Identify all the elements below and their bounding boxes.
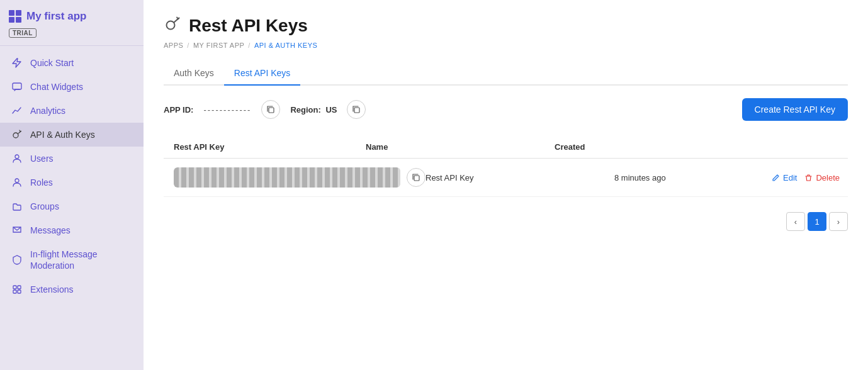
sidebar-item-groups[interactable]: Groups <box>0 194 144 218</box>
sidebar-nav: Quick Start Chat Widgets Analytics API &… <box>0 46 144 370</box>
action-buttons: Edit Delete <box>772 173 868 182</box>
breadcrumb-apps[interactable]: APPS <box>164 42 183 49</box>
groups-icon <box>11 201 23 212</box>
svg-rect-5 <box>18 286 21 289</box>
breadcrumb-my-first-app[interactable]: MY FIRST APP <box>193 42 244 49</box>
table-header: Rest API Key Name Created <box>164 136 848 159</box>
sidebar-item-extensions[interactable]: Extensions <box>0 278 144 301</box>
tab-rest-api-keys[interactable]: Rest API Keys <box>224 62 300 86</box>
col-header-actions <box>712 142 838 152</box>
sidebar-item-analytics[interactable]: Analytics <box>0 99 144 123</box>
trial-badge: TRIAL <box>9 28 37 38</box>
col-header-created: Created <box>555 142 712 152</box>
copy-region-button[interactable] <box>347 100 366 119</box>
sidebar-item-api-auth-keys[interactable]: API & Auth Keys <box>0 123 144 147</box>
users-icon <box>11 153 23 164</box>
create-rest-api-key-button[interactable]: Create Rest API Key <box>742 98 848 121</box>
copy-app-id-button[interactable] <box>261 100 280 119</box>
breadcrumb-current: API & AUTH KEYS <box>254 42 317 49</box>
app-name[interactable]: My first app <box>9 10 135 23</box>
sidebar-item-quick-start[interactable]: Quick Start <box>0 51 144 75</box>
api-keys-icon <box>11 129 23 140</box>
api-key-cell <box>174 167 426 188</box>
breadcrumb-sep-2: / <box>248 42 251 49</box>
svg-rect-9 <box>269 108 274 113</box>
tabs: Auth Keys Rest API Keys <box>164 62 848 86</box>
svg-rect-4 <box>13 286 16 289</box>
quick-start-icon <box>11 57 23 69</box>
svg-rect-10 <box>354 108 359 113</box>
delete-button[interactable]: Delete <box>804 173 840 182</box>
svg-point-3 <box>15 179 19 182</box>
tab-auth-keys[interactable]: Auth Keys <box>164 62 224 86</box>
breadcrumb-sep-1: / <box>187 42 189 49</box>
page-1-button[interactable]: 1 <box>808 212 826 231</box>
page-header: Rest API Keys <box>164 15 848 36</box>
app-id-label: APP ID: <box>164 105 193 115</box>
moderation-icon <box>11 254 23 266</box>
svg-rect-7 <box>18 290 21 293</box>
api-keys-table: Rest API Key Name Created Rest API Key 8… <box>164 136 848 197</box>
analytics-icon <box>11 105 23 116</box>
sidebar-item-moderation[interactable]: In-flight Message Moderation <box>0 242 144 278</box>
sidebar-item-label: Quick Start <box>30 58 74 68</box>
svg-rect-11 <box>414 176 419 181</box>
extensions-icon <box>11 284 23 295</box>
col-header-key: Rest API Key <box>174 142 366 152</box>
prev-page-button[interactable]: ‹ <box>786 212 805 231</box>
svg-rect-6 <box>13 290 16 293</box>
copy-key-button[interactable] <box>407 168 426 187</box>
sidebar-item-messages[interactable]: Messages <box>0 218 144 242</box>
sidebar-item-users[interactable]: Users <box>0 147 144 171</box>
table-row: Rest API Key 8 minutes ago Edit Delete <box>164 159 848 197</box>
col-header-name: Name <box>366 142 555 152</box>
app-icon <box>9 10 21 23</box>
sidebar-item-label: Extensions <box>30 284 73 294</box>
region-label: Region: US <box>290 105 337 115</box>
sidebar-header: My first app TRIAL <box>0 0 144 46</box>
breadcrumb: APPS / MY FIRST APP / API & AUTH KEYS <box>164 42 848 49</box>
messages-icon <box>11 225 23 236</box>
next-page-button[interactable]: › <box>829 212 848 231</box>
chat-widgets-icon <box>11 81 23 92</box>
svg-rect-0 <box>13 83 21 89</box>
key-name: Rest API Key <box>426 173 614 182</box>
api-key-masked <box>174 167 400 188</box>
sidebar-item-label: Messages <box>30 225 70 235</box>
sidebar-item-label: Groups <box>30 201 59 211</box>
app-id-value: ------------ <box>203 105 251 115</box>
sidebar-item-label: In-flight Message Moderation <box>30 249 132 271</box>
app-id-row: APP ID: ------------ Region: US Create R… <box>164 98 848 121</box>
main-content: Rest API Keys APPS / MY FIRST APP / API … <box>144 0 868 370</box>
sidebar-item-label: Analytics <box>30 106 65 116</box>
sidebar-item-roles[interactable]: Roles <box>0 171 144 194</box>
page-title: Rest API Keys <box>189 16 308 36</box>
svg-point-1 <box>13 133 18 138</box>
sidebar-item-label: Users <box>30 154 54 164</box>
sidebar-item-label: Chat Widgets <box>30 82 83 92</box>
sidebar-item-label: Roles <box>30 177 53 188</box>
key-created: 8 minutes ago <box>614 173 772 182</box>
sidebar-item-chat-widgets[interactable]: Chat Widgets <box>0 75 144 99</box>
edit-button[interactable]: Edit <box>772 173 797 182</box>
roles-icon <box>11 177 23 188</box>
svg-point-2 <box>15 155 19 159</box>
sidebar-item-label: API & Auth Keys <box>30 130 95 140</box>
page-title-icon <box>164 15 181 36</box>
pagination: ‹ 1 › <box>164 212 848 231</box>
sidebar: My first app TRIAL Quick Start Chat Widg… <box>0 0 144 370</box>
